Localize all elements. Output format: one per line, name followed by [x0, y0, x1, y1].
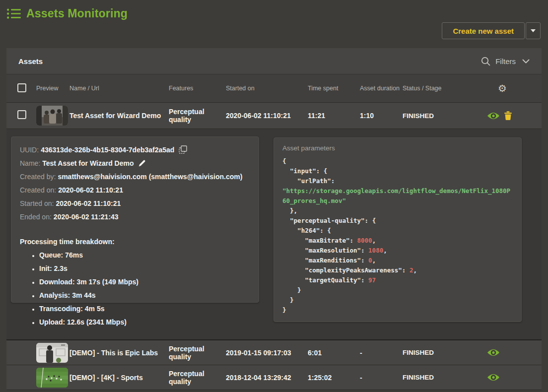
created-by-line: Created by:smatthews@haivision.com (smat… [20, 170, 250, 184]
asset-name[interactable]: [DEMO] - This is Epic Labs [69, 349, 169, 357]
list-menu-icon[interactable] [7, 8, 21, 19]
breakdown-item-download: Download: 3m 17s (149 Mbps) [39, 275, 250, 289]
asset-time-spent: 1:25:02 [308, 374, 360, 382]
asset-name[interactable]: Test Asset for Wizard Demo [69, 112, 169, 120]
created-on-label: Created on: [20, 186, 56, 194]
asset-status: FINISHED [403, 112, 487, 120]
asset-thumbnail[interactable] [36, 343, 68, 363]
asset-status: FINISHED [403, 349, 487, 356]
uuid-label: UUID: [20, 146, 39, 154]
filters-label: Filters [495, 57, 517, 65]
breakdown-item-init: Init: 2.3s [39, 262, 250, 275]
asset-thumbnail[interactable] [36, 368, 68, 388]
column-header-asset-duration[interactable]: Asset duration [360, 85, 403, 92]
asset-started-on: 2020-06-02 11:10:21 [226, 112, 308, 120]
asset-name[interactable]: [DEMO] - [4K] - Sports [69, 374, 169, 382]
edit-pencil-icon[interactable] [138, 159, 146, 167]
asset-started-on: 2019-01-15 09:17:03 [226, 349, 308, 357]
column-header-preview[interactable]: Preview [36, 85, 69, 92]
asset-info-card: UUID:436313de-326b-4b15-8304-7deb3af2a5a… [11, 136, 259, 303]
asset-parameters-title: Asset parameters [282, 144, 513, 152]
chevron-down-icon [522, 59, 530, 64]
created-on-line: Created on:2020-06-02 11:10:21 [20, 184, 250, 197]
asset-status: FINISHED [403, 374, 487, 381]
page-title: Assets Monitoring [26, 7, 128, 20]
app-header: Assets Monitoring [0, 0, 548, 20]
table-row[interactable]: [DEMO] - [4K] - Sports Perceptual qualit… [6, 365, 542, 390]
asset-parameters-card: Asset parameters { "input": { "urlPath":… [274, 137, 522, 322]
asset-duration: - [360, 349, 403, 357]
started-on-value: 2020-06-02 11:10:21 [56, 199, 121, 207]
asset-duration: 1:10 [360, 112, 403, 120]
asset-parameters-json: { "input": { "urlPath":"https://storage.… [282, 156, 513, 315]
view-asset-eye-icon[interactable] [487, 348, 500, 357]
delete-asset-trash-icon[interactable] [504, 111, 512, 120]
ended-on-value: 2020-06-02 11:21:43 [54, 213, 119, 221]
ended-on-label: Ended on: [20, 213, 52, 221]
create-asset-dropdown-button[interactable] [526, 22, 541, 39]
column-header-time-spent[interactable]: Time spent [308, 85, 360, 92]
panel-header: Assets Filters [6, 48, 542, 74]
started-on-line: Started on:2020-06-02 11:10:21 [20, 197, 250, 210]
started-on-label: Started on: [20, 199, 54, 207]
column-header-started-on[interactable]: Started on [226, 85, 308, 92]
panel-title: Assets [18, 57, 43, 65]
asset-features: Perceptual quality [169, 345, 226, 361]
ended-on-line: Ended on:2020-06-02 11:21:43 [20, 210, 250, 224]
breakdown-item-transcoding: Transcoding: 4m 5s [39, 302, 250, 316]
column-header-name-url[interactable]: Name / Url [69, 85, 169, 92]
uuid-line: UUID:436313de-326b-4b15-8304-7deb3af2a5a… [20, 143, 250, 157]
asset-duration: - [360, 374, 403, 382]
name-label: Name: [20, 159, 40, 167]
table-settings-gear-icon[interactable]: ⚙ [498, 82, 507, 94]
row-checkbox[interactable] [17, 110, 26, 119]
toolbar: Create new asset [0, 20, 548, 39]
processing-breakdown-list: Queue: 76ms Init: 2.3s Download: 3m 17s … [20, 249, 250, 329]
asset-features: Perceptual quality [169, 370, 226, 386]
processing-breakdown-title: Processing time breakdown: [20, 235, 250, 249]
asset-time-spent: 11:21 [308, 112, 360, 120]
assets-panel: Assets Filters Preview Name / Url Featur… [6, 48, 542, 390]
search-icon [481, 57, 490, 66]
select-all-checkbox[interactable] [17, 83, 26, 92]
filters-toggle[interactable]: Filters [481, 57, 530, 66]
table-row[interactable]: Test Asset for Wizard Demo Perceptual qu… [6, 103, 542, 129]
uuid-value: 436313de-326b-4b15-8304-7deb3af2a5ad [41, 146, 174, 154]
create-new-asset-button[interactable]: Create new asset [442, 22, 525, 39]
name-value: Test Asset for Wizard Demo [42, 159, 134, 167]
expanded-asset-details: UUID:436313de-326b-4b15-8304-7deb3af2a5a… [6, 129, 542, 340]
asset-features: Perceptual quality [169, 108, 226, 124]
column-header-features[interactable]: Features [169, 85, 226, 92]
copy-icon[interactable] [179, 145, 187, 154]
breakdown-item-upload: Upload: 12.6s (2341 Mbps) [39, 316, 250, 329]
caret-down-icon [531, 29, 536, 32]
created-by-label: Created by: [20, 173, 56, 181]
asset-thumbnail[interactable] [36, 106, 68, 126]
column-header-status-stage[interactable]: Status / Stage [403, 85, 487, 92]
table-row[interactable]: [DEMO] - This is Epic Labs Perceptual qu… [6, 340, 542, 365]
breakdown-item-queue: Queue: 76ms [39, 249, 250, 262]
asset-time-spent: 6:01 [308, 349, 360, 357]
breakdown-item-analysis: Analysis: 3m 44s [39, 289, 250, 302]
created-on-value: 2020-06-02 11:10:21 [58, 186, 123, 194]
view-asset-eye-icon[interactable] [487, 112, 500, 120]
asset-started-on: 2018-12-04 13:29:42 [226, 374, 308, 382]
view-asset-eye-icon[interactable] [487, 373, 500, 382]
name-line: Name:Test Asset for Wizard Demo [20, 157, 250, 170]
created-by-value: smatthews@haivision.com (smatthews@haivi… [58, 173, 242, 181]
table-header-row: Preview Name / Url Features Started on T… [6, 74, 542, 103]
